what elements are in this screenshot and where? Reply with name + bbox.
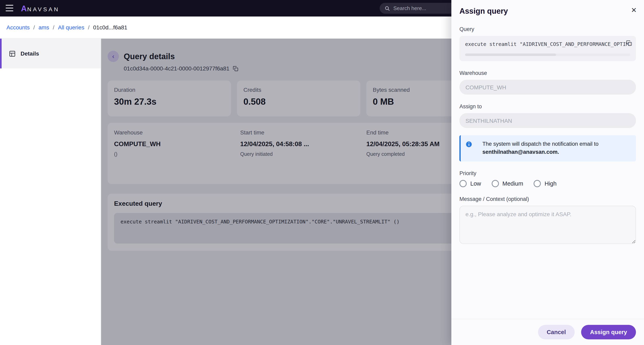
radio-circle-icon[interactable]: [460, 180, 467, 187]
app-logo: A NAVSAN: [21, 4, 60, 13]
assign-to-value: SENTHILNATHAN: [466, 117, 512, 124]
breadcrumb-separator: /: [88, 24, 90, 30]
assign-to-field-label: Assign to: [460, 103, 636, 109]
message-field-label: Message / Context (optional): [460, 196, 636, 202]
alert-message: The system will dispatch the notificatio…: [482, 141, 598, 147]
hamburger-menu-icon[interactable]: [6, 5, 13, 11]
message-textarea[interactable]: [460, 206, 636, 244]
query-field-label: Query: [460, 26, 636, 32]
drawer-body: Query execute streamlit "AIDRIVEN_COST_A…: [451, 26, 644, 246]
query-code-text: execute streamlit "AIDRIVEN_COST_AND_PER…: [465, 41, 630, 47]
assign-query-button[interactable]: Assign query: [581, 325, 636, 339]
priority-radio-high[interactable]: High: [534, 180, 556, 187]
warehouse-input: COMPUTE_WH: [460, 80, 636, 95]
drawer-footer: Cancel Assign query: [451, 319, 644, 345]
copy-query-icon[interactable]: [626, 40, 632, 48]
sidebar-item-details[interactable]: Details: [0, 39, 101, 68]
sidebar: Details: [0, 39, 101, 345]
breadcrumb-current: 01c0d...f6a81: [93, 24, 127, 30]
breadcrumb-separator: /: [33, 24, 35, 30]
priority-radio-medium[interactable]: Medium: [492, 180, 523, 187]
priority-radio-low[interactable]: Low: [460, 180, 481, 187]
breadcrumb: Accounts / ams / All queries / 01c0d...f…: [6, 24, 127, 30]
sidebar-item-label: Details: [20, 50, 39, 57]
breadcrumb-accounts[interactable]: Accounts: [6, 24, 30, 30]
radio-circle-icon[interactable]: [534, 180, 541, 187]
radio-label: Medium: [502, 180, 523, 187]
radio-label: Low: [470, 180, 481, 187]
alert-text: The system will dispatch the notificatio…: [477, 140, 630, 156]
search-icon: [384, 5, 390, 11]
query-horizontal-scrollbar[interactable]: [465, 53, 630, 56]
cancel-button[interactable]: Cancel: [538, 325, 575, 339]
notification-info-alert: The system will dispatch the notificatio…: [460, 135, 636, 161]
warehouse-field-label: Warehouse: [460, 70, 636, 76]
app-root: A NAVSAN Accounts / ams / All queries / …: [0, 0, 644, 345]
radio-circle-icon[interactable]: [492, 180, 499, 187]
alert-email: senthilnathan@anavsan.com.: [482, 149, 559, 155]
priority-radio-group: Low Medium High: [460, 180, 636, 187]
assign-to-input: SENTHILNATHAN: [460, 113, 636, 128]
drawer-title: Assign query: [460, 7, 636, 16]
breadcrumb-account[interactable]: ams: [38, 24, 49, 30]
breadcrumb-separator: /: [53, 24, 54, 30]
breadcrumb-all-queries[interactable]: All queries: [58, 24, 84, 30]
priority-field-label: Priority: [460, 170, 636, 176]
details-grid-icon: [9, 50, 16, 57]
close-icon[interactable]: ✕: [631, 7, 637, 14]
query-readonly-box: execute streamlit "AIDRIVEN_COST_AND_PER…: [460, 36, 636, 61]
info-icon: [466, 141, 472, 156]
radio-label: High: [544, 180, 556, 187]
logo-text: NAVSAN: [27, 6, 60, 12]
scrollbar-thumb[interactable]: [465, 53, 556, 56]
warehouse-value: COMPUTE_WH: [466, 84, 506, 90]
logo-mark-icon: A: [21, 4, 27, 13]
assign-query-drawer: Assign query ✕ Query execute streamlit "…: [451, 0, 644, 345]
drawer-header: Assign query ✕: [451, 0, 644, 20]
